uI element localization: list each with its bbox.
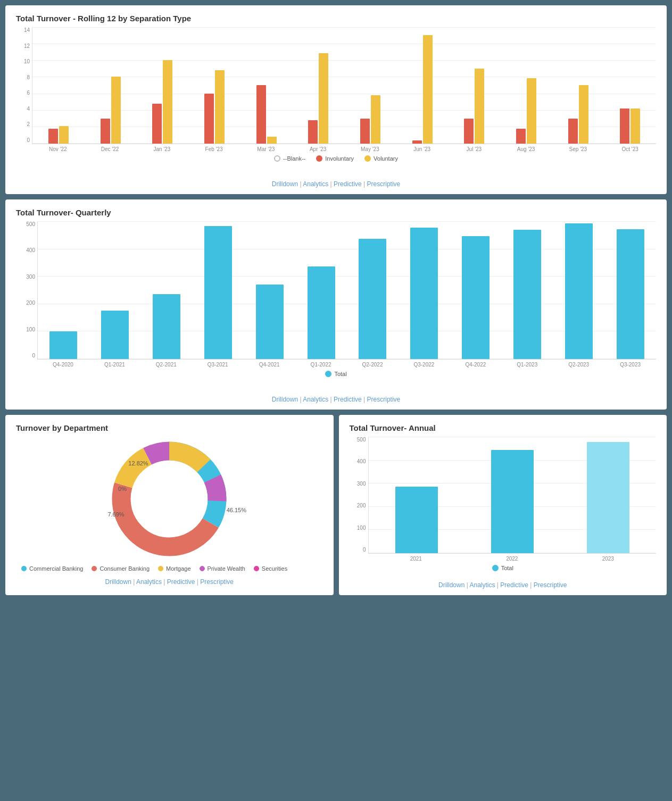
c2-ylabel: 300 xyxy=(16,274,35,280)
c4-xlabel: 2023 xyxy=(560,556,657,562)
chart1-links: Drilldown | Analytics | Predictive | Pre… xyxy=(16,180,656,188)
legend-involuntary: Involuntary xyxy=(316,155,354,162)
legend-consumer: Consumer Banking xyxy=(92,565,150,572)
grid-line xyxy=(38,221,656,222)
chart4-analytics[interactable]: Analytics xyxy=(469,581,495,589)
bottom-row: Turnover by Department 46.15% 33.33% 12.… xyxy=(5,415,667,595)
chart3-prescriptive[interactable]: Prescriptive xyxy=(200,578,234,586)
c2-xlabel: Q2-2022 xyxy=(347,362,399,368)
c1-xlabel: Oct '23 xyxy=(604,146,656,152)
chart2-area: 0100200300400500 Q4-2020Q1-2021Q2-2021Q3… xyxy=(16,221,656,391)
c2-xlabel: Q2-2023 xyxy=(553,362,604,368)
chart4-prescriptive[interactable]: Prescriptive xyxy=(534,581,567,589)
chart4-bars xyxy=(368,437,657,554)
label-pw-text: Private Wealth xyxy=(208,565,245,572)
c1-ylabel: 4 xyxy=(16,106,30,112)
chart2-title: Total Turnover- Quarterly xyxy=(16,208,656,217)
invol-bar xyxy=(516,129,526,144)
chart1-drilldown[interactable]: Drilldown xyxy=(272,180,298,188)
chart4-yaxis: 0100200300400500 xyxy=(350,437,368,554)
quarterly-bar xyxy=(101,311,129,359)
quarterly-bar xyxy=(359,239,386,359)
chart3-predictive[interactable]: Predictive xyxy=(167,578,195,586)
label-mortgage: 12.82% xyxy=(129,460,149,466)
grid-line xyxy=(32,44,656,44)
dot-mortgage xyxy=(158,566,163,571)
chart1-yaxis: 02468101214 xyxy=(16,27,32,144)
vol-bar xyxy=(111,77,121,144)
label-consumer-text: Consumer Banking xyxy=(99,565,150,572)
chart1-area: 02468101214 Nov '22Dec '22Jan '23Feb '23… xyxy=(16,27,656,176)
chart3-title: Turnover by Department xyxy=(16,423,323,432)
chart2-analytics[interactable]: Analytics xyxy=(303,396,328,403)
c2-xlabel: Q3-2023 xyxy=(604,362,656,368)
chart3-analytics[interactable]: Analytics xyxy=(136,578,162,586)
chart1-analytics[interactable]: Analytics xyxy=(303,180,328,188)
chart4-drilldown[interactable]: Drilldown xyxy=(438,581,464,589)
label-consumer: 46.15% xyxy=(227,507,247,513)
chart1-predictive[interactable]: Predictive xyxy=(334,180,362,188)
c2-xlabel: Q4-2020 xyxy=(37,362,89,368)
bar-group xyxy=(192,226,244,359)
bar-group xyxy=(32,126,85,144)
c2-xlabel: Q1-2023 xyxy=(501,362,553,368)
c2-ylabel: 200 xyxy=(16,300,35,306)
quarterly-bar xyxy=(49,331,77,359)
legend-commercial: Commercial Banking xyxy=(21,565,83,572)
invol-dot xyxy=(316,155,322,162)
label-sec: 7.69% xyxy=(108,511,125,518)
vol-dot xyxy=(364,155,371,162)
vol-label: Voluntary xyxy=(374,155,398,162)
invol-label: Involuntary xyxy=(325,155,354,162)
legend-voluntary: Voluntary xyxy=(364,155,398,162)
bar-group xyxy=(399,228,450,359)
bar-group xyxy=(344,95,396,144)
bar-group xyxy=(501,230,553,359)
bar-group xyxy=(136,60,188,144)
vol-bar xyxy=(163,60,172,144)
vol-bar xyxy=(423,35,433,144)
chart1-title: Total Turnover - Rolling 12 by Separatio… xyxy=(16,14,656,23)
legend-total: Total xyxy=(325,371,346,377)
c1-ylabel: 8 xyxy=(16,74,30,80)
vol-bar xyxy=(527,78,536,144)
c2-xlabel: Q1-2022 xyxy=(295,362,347,368)
vol-bar xyxy=(267,137,277,144)
c1-xlabel: Jun '23 xyxy=(396,146,448,152)
c4-ylabel: 500 xyxy=(350,437,366,443)
total-dot4 xyxy=(492,565,499,571)
chart2-predictive[interactable]: Predictive xyxy=(334,396,362,403)
chart1-prescriptive[interactable]: Prescriptive xyxy=(367,180,401,188)
invol-bar xyxy=(308,120,318,144)
bar-group xyxy=(604,229,656,359)
c1-ylabel: 10 xyxy=(16,59,30,64)
c1-xlabel: Feb '23 xyxy=(188,146,240,152)
invol-bar xyxy=(48,129,58,144)
c1-xlabel: May '23 xyxy=(344,146,396,152)
chart4-title: Total Turnover- Annual xyxy=(350,423,657,432)
c4-xlabel: 2022 xyxy=(464,556,560,562)
chart2-drilldown[interactable]: Drilldown xyxy=(272,396,298,403)
chart3-drilldown[interactable]: Drilldown xyxy=(105,578,131,586)
c1-xlabel: Aug '23 xyxy=(500,146,552,152)
annual-bar-group xyxy=(560,442,656,553)
dot-consumer xyxy=(92,566,97,571)
chart2-card: Total Turnover- Quarterly 01002003004005… xyxy=(5,199,667,410)
chart3-card: Turnover by Department 46.15% 33.33% 12.… xyxy=(5,415,334,595)
c2-xlabel: Q1-2021 xyxy=(89,362,140,368)
legend-mortgage: Mortgage xyxy=(158,565,190,572)
c1-xlabel: Mar '23 xyxy=(240,146,292,152)
chart2-prescriptive[interactable]: Prescriptive xyxy=(367,396,401,403)
c2-xlabel: Q2-2021 xyxy=(140,362,192,368)
label-sec-text: Securities xyxy=(262,565,287,572)
donut-legend: Commercial Banking Consumer Banking Mort… xyxy=(16,565,323,572)
bar-group xyxy=(450,236,502,359)
bar-group xyxy=(552,85,604,144)
c1-ylabel: 12 xyxy=(16,43,30,49)
c1-xlabel: Dec '22 xyxy=(84,146,136,152)
chart4-predictive[interactable]: Predictive xyxy=(500,581,528,589)
c1-xlabel: Apr '23 xyxy=(292,146,344,152)
quarterly-bar xyxy=(308,266,335,359)
annual-bar xyxy=(395,487,438,553)
label-pw: 0% xyxy=(118,486,127,492)
